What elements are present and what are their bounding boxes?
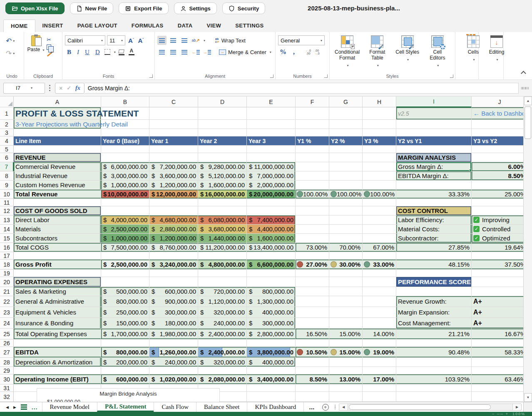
align-center-button[interactable] [169, 47, 178, 57]
cell-F22[interactable] [296, 296, 329, 307]
cell-H2[interactable] [363, 120, 396, 129]
cell-D12[interactable] [198, 206, 247, 215]
cell-I21[interactable] [396, 287, 472, 296]
cell-E23[interactable]: $400,000.00 [247, 307, 296, 318]
cell-H27[interactable]: 19.00% [363, 347, 396, 358]
cell-C22[interactable]: $900,000.00 [149, 296, 198, 307]
formula-input[interactable]: Gross Margin Δ: [85, 83, 519, 94]
cell-H21[interactable] [363, 287, 396, 296]
cell-J18[interactable]: 37.50% [472, 260, 523, 270]
cell-E13[interactable]: $7,400,000.00 [247, 215, 296, 225]
cell-I30[interactable]: 103.92% [396, 374, 472, 384]
row-header-15[interactable]: 15 [0, 234, 14, 243]
tab-settings[interactable]: SETTINGS [228, 20, 271, 32]
row-header-12[interactable]: 12 [0, 206, 14, 215]
cell-H26[interactable] [363, 339, 396, 347]
cell-H5[interactable] [363, 146, 396, 153]
cell-H30[interactable]: 17.00% [363, 374, 396, 384]
row-header-4[interactable]: 4 [0, 136, 14, 146]
col-header-C[interactable]: C [149, 97, 198, 107]
cell-H3[interactable] [363, 129, 396, 136]
sheet-tab-kpis-dashboard[interactable]: KPIs Dashboard [247, 402, 304, 412]
cell-B21[interactable]: $500,000.00 [101, 287, 149, 296]
cell-D29[interactable] [198, 367, 247, 374]
row-header-5[interactable]: 5 [0, 146, 14, 153]
cell-F17[interactable] [296, 252, 329, 260]
cell-D21[interactable]: $720,000.00 [198, 287, 247, 296]
cell-H23[interactable] [363, 307, 396, 318]
cell-editors-button[interactable]: CellEditors▾ [423, 35, 452, 73]
cell-E10[interactable]: $20,000,000.00 [247, 190, 296, 199]
add-sheet-icon[interactable]: + [322, 404, 329, 411]
cell-F1[interactable] [296, 107, 329, 120]
copy-icon[interactable] [47, 45, 51, 50]
cell-H20[interactable] [363, 277, 396, 287]
cell-H9[interactable] [363, 181, 396, 190]
decrease-font-icon[interactable]: Aˇ [137, 37, 145, 44]
row-header-27[interactable]: 27 [0, 347, 14, 358]
cell-F7[interactable] [296, 162, 329, 171]
cell-F26[interactable] [296, 339, 329, 347]
cell-G13[interactable] [329, 215, 363, 225]
cell-C13[interactable]: $4,680,000.00 [149, 215, 198, 225]
decrease-indent-button[interactable]: ← [191, 47, 200, 57]
cell-G5[interactable] [329, 146, 363, 153]
cell-G18[interactable]: 30.00% [329, 260, 363, 270]
cell-F28[interactable] [296, 358, 329, 367]
cell-E31[interactable] [247, 384, 296, 392]
cell-H28[interactable] [363, 358, 396, 367]
cell-D20[interactable] [198, 277, 247, 287]
row-header-11[interactable]: 11 [0, 199, 14, 206]
cell-J8[interactable]: 8.50% [472, 171, 523, 181]
cell-J20[interactable] [472, 277, 523, 287]
cell-C9[interactable]: $1,200,000.00 [149, 181, 198, 190]
cell-G14[interactable] [329, 225, 363, 234]
cell-I4[interactable]: Y2 vs Y1 [396, 136, 472, 146]
cell-H19[interactable] [363, 270, 396, 277]
cell-B28[interactable]: $200,000.00 [101, 358, 149, 367]
cell-E8[interactable]: $7,000,000.00 [247, 171, 296, 181]
cell-E7[interactable]: $11,000,000.00 [247, 162, 296, 171]
cell-F14[interactable] [296, 225, 329, 234]
cell-F13[interactable] [296, 215, 329, 225]
cell-B29[interactable] [101, 367, 149, 374]
scroll-down-icon[interactable]: ▼ [524, 393, 532, 402]
conditional-format-button[interactable]: ConditionalFormat▾ [332, 35, 362, 73]
cell-F24[interactable] [296, 318, 329, 329]
cell-J13[interactable]: ✓Improving [472, 215, 523, 225]
row-header-32[interactable]: 32 [0, 392, 14, 402]
cell-C12[interactable] [149, 206, 198, 215]
cell-E14[interactable]: $4,400,000.00 [247, 225, 296, 234]
font-size-select[interactable]: 11▾ [107, 35, 125, 45]
cell-C27[interactable]: $1,260,000.00 [149, 347, 198, 358]
align-right-button[interactable] [180, 47, 189, 57]
cell-I10[interactable]: 33.33% [396, 190, 472, 199]
cell-H11[interactable] [363, 199, 396, 206]
cell-C18[interactable]: $3,240,000.00 [149, 260, 198, 270]
cell-G17[interactable] [329, 252, 363, 260]
open-xlsx-file-button[interactable]: Open Xlsx File [5, 2, 65, 14]
cell-C15[interactable]: $1,200,000.00 [149, 234, 198, 243]
cell-A11[interactable] [14, 199, 101, 206]
row-header-28[interactable]: 28 [0, 358, 14, 367]
cell-J22[interactable]: A+ [472, 296, 523, 307]
cell-A19[interactable] [14, 270, 101, 277]
cell-I25[interactable]: 21.21% [396, 329, 472, 339]
format-painter-icon[interactable] [47, 52, 52, 57]
cell-J14[interactable]: ✓Controlled [472, 225, 523, 234]
cell-J2[interactable] [472, 120, 523, 129]
sheet-list-menu-icon[interactable] [21, 404, 27, 410]
cell-F16[interactable]: 73.00% [296, 243, 329, 252]
row-header-3[interactable]: 3 [0, 129, 14, 136]
cell-J15[interactable]: ✓Optimized [472, 234, 523, 243]
cell-D3[interactable] [198, 129, 247, 136]
cell-J17[interactable] [472, 252, 523, 260]
cell-E24[interactable]: $300,000.00 [247, 318, 296, 329]
tab-formulas[interactable]: FORMULAS [124, 20, 171, 32]
cell-A4[interactable]: Line Item [14, 136, 101, 146]
cell-I24[interactable]: Cost Management: [396, 318, 472, 329]
cell-D30[interactable]: $2,080,000.00 [198, 374, 247, 384]
cell-A26[interactable] [14, 339, 101, 347]
cell-C5[interactable] [149, 146, 198, 153]
cell-E11[interactable] [247, 199, 296, 206]
